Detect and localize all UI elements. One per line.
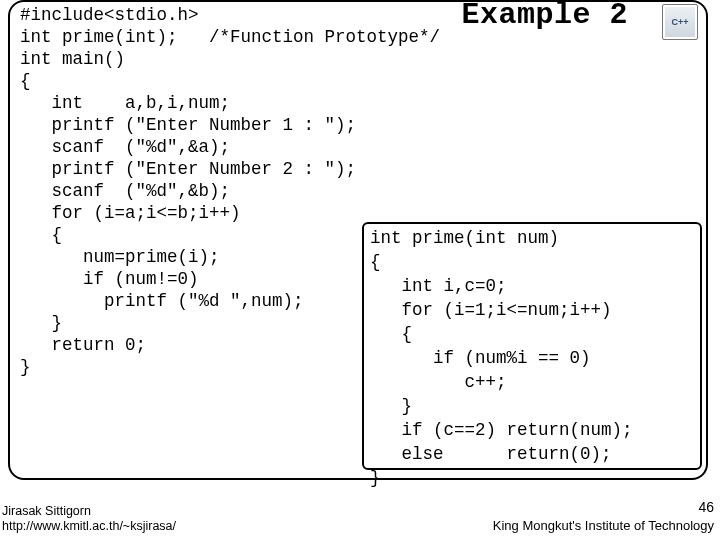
footer-author: Jirasak Sittigorn <box>2 504 176 519</box>
slide-title: Example 2 <box>461 0 628 32</box>
footer-institution: King Mongkut's Institute of Technology <box>493 518 714 533</box>
inset-frame: int prime(int num) { int i,c=0; for (i=1… <box>362 222 702 470</box>
footer-url: http://www.kmitl.ac.th/~ksjirasa/ <box>2 519 176 534</box>
page-number: 46 <box>493 499 714 516</box>
footer-left: Jirasak Sittigorn http://www.kmitl.ac.th… <box>2 504 176 534</box>
footer-right: 46 King Mongkut's Institute of Technolog… <box>493 499 714 534</box>
slide-frame: Example 2 C++ #include<stdio.h> int prim… <box>8 0 708 480</box>
cpp-logo-icon: C++ <box>662 4 698 40</box>
inset-code-block: int prime(int num) { int i,c=0; for (i=1… <box>370 226 633 490</box>
